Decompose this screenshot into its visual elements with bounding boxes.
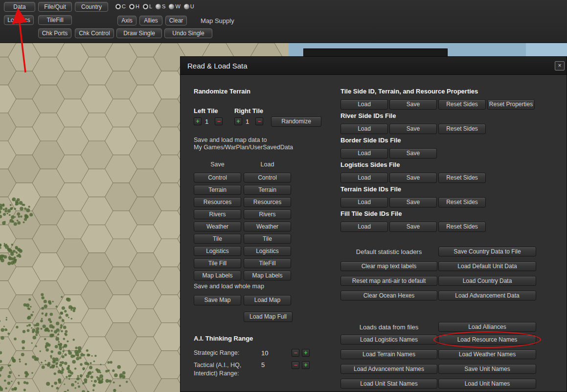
radio-s-icon (156, 4, 161, 9)
save-country-data-to-file-button[interactable]: Save Country Data to File (438, 247, 536, 256)
logistics-sides-load-button[interactable]: Load (340, 173, 388, 183)
load-alliances-button[interactable]: Load Alliances (438, 322, 536, 332)
river-side-save-button[interactable]: Save (389, 124, 437, 134)
load-weather-button[interactable]: Weather (244, 222, 291, 231)
radio-u[interactable]: U (184, 3, 194, 9)
load-map-full-button[interactable]: Load Map Full (244, 312, 293, 322)
tactical-plus-icon[interactable]: + (302, 361, 310, 369)
save-map-button[interactable]: Save Map (194, 295, 241, 305)
tile-side-save-button[interactable]: Save (389, 99, 437, 110)
load-control-button[interactable]: Control (244, 173, 291, 183)
terrain-side-reset-sides-button[interactable]: Reset Sides (438, 197, 486, 208)
load-weather-names-button[interactable]: Load Weather Names (438, 349, 536, 359)
randomize-button[interactable]: Randomize (271, 116, 321, 127)
load-logistics-button[interactable]: Logistics (244, 246, 291, 256)
save-weather-button[interactable]: Weather (194, 222, 241, 231)
read-load-data-dialog: Read & Load Sata × Randomize Terrain Lef… (180, 56, 567, 392)
border-side-save-button[interactable]: Save (389, 148, 437, 159)
load-advancement-data-button[interactable]: Load Advancement Data (438, 291, 536, 300)
reset-map-anti-air-button[interactable]: Reset map anti-air to default (340, 276, 437, 286)
allies-button[interactable]: Allies (139, 16, 162, 25)
radio-c[interactable]: C (115, 3, 126, 9)
save-control-button[interactable]: Control (194, 173, 241, 183)
terrain-side-save-button[interactable]: Save (389, 197, 437, 208)
save-path-line2: My Games/WarPlan/UserSavedData (194, 144, 293, 151)
clear-ocean-hexes-button[interactable]: Clear Ocean Hexes (340, 291, 437, 300)
tilefill-button[interactable]: TileFill (38, 15, 72, 25)
load-resource-names-button[interactable]: Load Resource Names (438, 335, 536, 345)
fill-tile-side-section-heading: Fill Tile Side IDs File (340, 210, 402, 217)
save-path-line1: Save and load map data to (194, 137, 267, 143)
save-resources-button[interactable]: Resources (194, 197, 241, 207)
load-default-unit-data-button[interactable]: Load Default Unit Data (438, 261, 536, 271)
border-side-load-button[interactable]: Load (340, 148, 388, 159)
close-icon[interactable]: × (555, 61, 565, 70)
tile-side-reset-sides-button[interactable]: Reset Sides (438, 99, 486, 110)
load-map-labels-button[interactable]: Map Labels (244, 271, 291, 280)
load-rivers-button[interactable]: Rivers (244, 209, 291, 219)
load-logistics-names-button[interactable]: Load Logistics Names (340, 335, 437, 345)
radio-u-icon (184, 4, 189, 9)
save-rivers-button[interactable]: Rivers (194, 209, 241, 219)
load-terrain-names-button[interactable]: Load Terrain Names (340, 349, 437, 359)
left-tile-plus-icon[interactable]: + (194, 117, 202, 125)
radio-w[interactable]: W (169, 3, 180, 9)
terrain-side-section-heading: Terrain Side IDs File (340, 185, 401, 193)
right-tile-minus-icon[interactable]: − (255, 117, 263, 125)
load-resources-button[interactable]: Resources (244, 197, 291, 207)
save-unit-names-button[interactable]: Save Unit Names (438, 364, 536, 374)
load-terrain-button[interactable]: Terrain (244, 185, 291, 195)
load-map-button[interactable]: Load Map (244, 295, 291, 305)
ai-thinking-range-heading: A.I. Thinking Range (194, 335, 253, 342)
dialog-titlebar[interactable]: Read & Load Sata × (181, 57, 567, 75)
data-button[interactable]: Data (4, 2, 35, 12)
logistics-button[interactable]: Logistics (4, 15, 34, 25)
logistics-sides-reset-sides-button[interactable]: Reset Sides (438, 173, 486, 183)
strategic-plus-icon[interactable]: + (302, 349, 310, 357)
load-tilefill-button[interactable]: TileFill (244, 258, 291, 268)
axis-button[interactable]: Axis (117, 16, 136, 25)
right-tile-plus-icon[interactable]: + (234, 117, 242, 125)
undo-single-button[interactable]: Undo Single (164, 28, 212, 38)
map-label-bar (303, 48, 448, 57)
save-tilefill-button[interactable]: Tile Fill (194, 258, 241, 268)
radio-s[interactable]: S (156, 3, 165, 9)
save-logistics-button[interactable]: Logistics (194, 246, 241, 256)
radio-h-icon (129, 4, 135, 9)
logistics-sides-section-heading: Logistics Sides File (340, 161, 400, 168)
tactical-minus-icon[interactable]: − (292, 361, 299, 369)
river-side-reset-sides-button[interactable]: Reset Sides (438, 124, 486, 134)
load-unit-names-button[interactable]: Load Unit Names (438, 379, 536, 389)
load-advancement-names-button[interactable]: Load Advancement Names (340, 364, 437, 374)
chk-ports-button[interactable]: Chk Ports (38, 28, 71, 38)
clear-map-text-labels-button[interactable]: Clear map text labels (340, 261, 437, 271)
left-tile-minus-icon[interactable]: − (215, 117, 223, 125)
tile-side-reset-properties-button[interactable]: Reset Properties (487, 99, 535, 110)
clear-button[interactable]: Clear (165, 16, 187, 25)
save-map-labels-button[interactable]: Map Labels (194, 271, 241, 280)
layer-toggle-group: C H L S W U (115, 3, 194, 9)
fill-tile-load-button[interactable]: Load (340, 222, 388, 232)
strategic-minus-icon[interactable]: − (292, 349, 299, 357)
country-button[interactable]: Country (75, 2, 108, 12)
logistics-sides-save-button[interactable]: Save (389, 173, 437, 183)
radio-l[interactable]: L (143, 3, 152, 9)
load-tile-button[interactable]: Tile (244, 234, 291, 244)
file-quit-button[interactable]: File/Quit (38, 2, 72, 12)
tile-side-load-button[interactable]: Load (340, 99, 388, 110)
load-country-data-button[interactable]: Load Country Data (438, 276, 536, 286)
default-loaders-label: Default statistic loaders (340, 248, 437, 255)
map-supply-label: Map Supply (201, 17, 234, 24)
draw-single-button[interactable]: Draw Single (116, 28, 162, 38)
river-side-load-button[interactable]: Load (340, 124, 388, 134)
chk-control-button[interactable]: Chk Control (75, 28, 114, 38)
load-unit-stat-names-button[interactable]: Load Unit Stat Names (340, 379, 437, 389)
tactical-range-label: Tactical (A.I., HQ, Interdict) Range: (194, 361, 255, 378)
save-terrain-button[interactable]: Terrain (194, 185, 241, 195)
terrain-side-load-button[interactable]: Load (340, 197, 388, 208)
left-tile-value: 1 (205, 118, 208, 125)
fill-tile-save-button[interactable]: Save (389, 222, 437, 232)
radio-h[interactable]: H (129, 3, 139, 9)
save-tile-button[interactable]: Tile (194, 234, 241, 244)
fill-tile-reset-sides-button[interactable]: Reset Sides (438, 222, 486, 232)
